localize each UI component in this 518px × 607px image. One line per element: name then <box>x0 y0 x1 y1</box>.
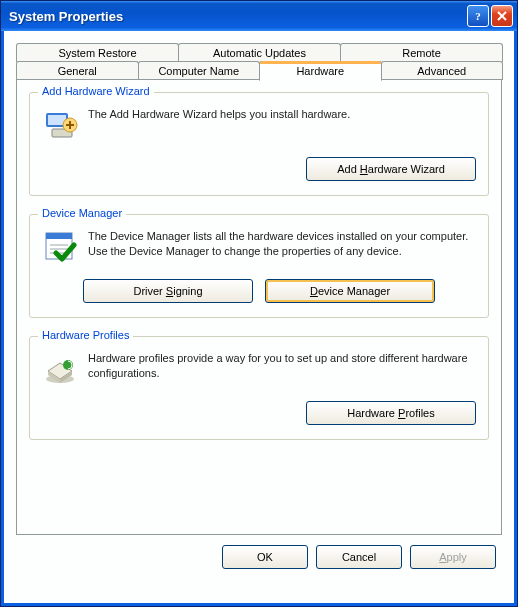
hardware-tab-panel: Add Hardware Wizard The Add Hardware <box>16 79 502 535</box>
driver-signing-button[interactable]: Driver Signing <box>83 279 253 303</box>
hardware-profiles-button[interactable]: Hardware Profiles <box>306 401 476 425</box>
window-title: System Properties <box>9 9 465 24</box>
add-hardware-wizard-button[interactable]: Add Hardware Wizard <box>306 157 476 181</box>
tab-hardware[interactable]: Hardware <box>259 61 382 81</box>
help-icon: ? <box>472 10 484 22</box>
tab-remote[interactable]: Remote <box>340 43 503 62</box>
device-manager-group-title: Device Manager <box>38 207 126 219</box>
device-manager-icon <box>42 229 78 265</box>
add-hardware-icon <box>42 107 78 143</box>
hardware-profiles-group-title: Hardware Profiles <box>38 329 133 341</box>
add-hardware-group: Add Hardware Wizard The Add Hardware <box>29 92 489 196</box>
hardware-profiles-icon <box>42 351 78 387</box>
tab-control: System Restore Automatic Updates Remote … <box>16 43 502 535</box>
hardware-profiles-text: Hardware profiles provide a way for you … <box>88 351 476 387</box>
title-bar: System Properties ? <box>1 1 517 31</box>
device-manager-text: The Device Manager lists all the hardwar… <box>88 229 476 265</box>
apply-button: Apply <box>410 545 496 569</box>
close-button[interactable] <box>491 5 513 27</box>
close-icon <box>496 10 508 22</box>
add-hardware-group-title: Add Hardware Wizard <box>38 85 154 97</box>
tab-system-restore[interactable]: System Restore <box>16 43 179 62</box>
system-properties-window: System Properties ? System Restore Autom… <box>0 0 518 607</box>
svg-text:?: ? <box>475 10 481 22</box>
hardware-profiles-group: Hardware Profiles H <box>29 336 489 440</box>
tab-advanced[interactable]: Advanced <box>381 61 504 80</box>
tab-automatic-updates[interactable]: Automatic Updates <box>178 43 341 62</box>
client-area: System Restore Automatic Updates Remote … <box>1 31 517 606</box>
apply-label: Apply <box>439 551 467 563</box>
add-hardware-text: The Add Hardware Wizard helps you instal… <box>88 107 476 143</box>
device-manager-button[interactable]: Device Manager <box>265 279 435 303</box>
help-button[interactable]: ? <box>467 5 489 27</box>
tab-general[interactable]: General <box>16 61 139 80</box>
ok-button[interactable]: OK <box>222 545 308 569</box>
svg-rect-8 <box>46 233 72 239</box>
cancel-button[interactable]: Cancel <box>316 545 402 569</box>
device-manager-group: Device Manager The <box>29 214 489 318</box>
tab-computer-name[interactable]: Computer Name <box>138 61 261 80</box>
dialog-buttons: OK Cancel Apply <box>12 535 506 575</box>
